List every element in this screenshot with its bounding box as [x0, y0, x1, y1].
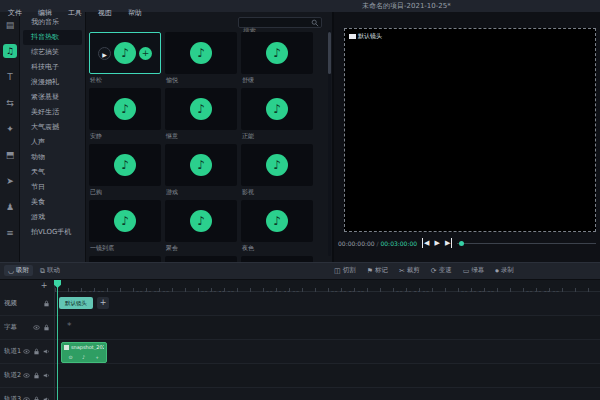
music-category-item[interactable]: 大气震撼: [23, 120, 82, 135]
search-box[interactable]: [238, 17, 322, 28]
rail-glyph-icon: ⇆: [3, 96, 17, 110]
rail-tab-icon[interactable]: ♟: [0, 194, 20, 220]
toolbar-button[interactable]: ✂ 裁剪: [395, 265, 424, 276]
music-category-item[interactable]: 浪漫婚礼: [23, 75, 82, 90]
play-icon[interactable]: ▶: [98, 47, 111, 60]
rail-tab-icon[interactable]: ♫: [0, 38, 20, 64]
music-category-item[interactable]: 美好生活: [23, 105, 82, 120]
track-visibility-icon[interactable]: [33, 324, 40, 331]
track-header[interactable]: 轨道3: [0, 388, 54, 400]
scrollbar-thumb[interactable]: [328, 32, 331, 74]
track-label: 轨道1: [4, 347, 21, 356]
add-track-button[interactable]: +: [38, 281, 50, 291]
menu-item[interactable]: 工具: [60, 7, 90, 19]
toolbar-button[interactable]: ◫ 切割: [330, 265, 360, 276]
clip-music-icon[interactable]: ♪: [82, 354, 85, 360]
toolbar-button[interactable]: ⚑ 标记: [363, 265, 392, 276]
music-tile[interactable]: ▶ ♪ + 正能: [241, 88, 317, 144]
track-header[interactable]: 视频: [0, 292, 54, 316]
music-category-item[interactable]: 美食: [23, 195, 82, 210]
track-lane[interactable]: [55, 340, 600, 364]
track-visibility-icon[interactable]: [23, 372, 30, 379]
rail-tab-icon[interactable]: ⇆: [0, 90, 20, 116]
library-scrollbar[interactable]: [328, 30, 331, 256]
music-tile[interactable]: ▶ ♪ + 安静: [89, 88, 165, 144]
menu-item[interactable]: 编辑: [30, 7, 60, 19]
track-lane[interactable]: [55, 364, 600, 388]
add-to-timeline-icon[interactable]: +: [139, 47, 152, 60]
track-lane[interactable]: [55, 316, 600, 340]
track-lock-icon[interactable]: [33, 372, 40, 379]
rail-tab-icon[interactable]: ≡: [0, 220, 20, 246]
seek-handle[interactable]: [459, 241, 464, 246]
music-category-item[interactable]: 紧张悬疑: [23, 90, 82, 105]
music-tile[interactable]: ▶ ♪ + 已购: [89, 144, 165, 200]
music-category-item[interactable]: 抖音热歌: [23, 30, 82, 45]
track-lock-icon[interactable]: [43, 324, 50, 331]
music-category-item[interactable]: 科技电子: [23, 60, 82, 75]
toolbar-button[interactable]: ⏺ 录制: [491, 265, 518, 276]
music-category-item[interactable]: 综艺搞笑: [23, 45, 82, 60]
music-category-item[interactable]: 节日: [23, 180, 82, 195]
menu-item[interactable]: 视图: [90, 7, 120, 19]
rail-tab-icon[interactable]: ✦: [0, 116, 20, 142]
track-lock-icon[interactable]: [33, 396, 40, 400]
track-header[interactable]: 字幕: [0, 316, 54, 340]
music-tile[interactable]: ▶ ♪ + 惬意: [165, 88, 241, 144]
music-tile[interactable]: ▶ ♪ + 轻松: [89, 32, 165, 88]
music-note-icon: ♪: [114, 42, 136, 64]
rail-tab-icon[interactable]: ⬒: [0, 142, 20, 168]
track-mute-icon[interactable]: [43, 348, 50, 355]
music-tile-title: 愉悦: [165, 76, 241, 85]
music-category-item[interactable]: 人声: [23, 135, 82, 150]
subtitle-marker-icon[interactable]: *: [67, 321, 72, 331]
menu-item[interactable]: 帮助: [120, 7, 150, 19]
toolbar-button-icon: ✂: [399, 267, 405, 275]
track-header[interactable]: 轨道2: [0, 364, 54, 388]
music-category-item[interactable]: 拍VLOG手机: [23, 225, 82, 240]
music-note-icon: ♪: [266, 210, 288, 232]
play-button[interactable]: ▶: [434, 238, 439, 248]
clip-volume-icon[interactable]: ⊙: [69, 354, 73, 360]
music-tile-title: 舒缓: [241, 76, 317, 85]
music-tile[interactable]: ▶ ♪ + 影视: [241, 144, 317, 200]
track-mute-icon[interactable]: [43, 396, 50, 400]
clip-detach-icon[interactable]: ＋: [94, 354, 99, 360]
toolbar-button[interactable]: ⧉ 联动: [36, 265, 64, 276]
timeline-ruler[interactable]: 00:00:04:0000:00:08:0000:00:12:0000:00:1…: [55, 280, 600, 292]
seek-slider[interactable]: [457, 243, 596, 244]
toolbar-button-icon: ◫: [334, 267, 341, 275]
music-tile[interactable]: ▶ ♪ + 舒缓: [241, 32, 317, 88]
music-tile[interactable]: ▶ ♪ + 游戏: [165, 144, 241, 200]
music-tile[interactable]: ▶ ♪ + 聚会: [165, 200, 241, 256]
track-lock-icon[interactable]: [33, 348, 40, 355]
music-category-item[interactable]: 动物: [23, 150, 82, 165]
track-visibility-icon[interactable]: [23, 396, 30, 400]
rail-tab-icon[interactable]: ➤: [0, 168, 20, 194]
track-visibility-icon[interactable]: [23, 348, 30, 355]
previous-frame-button[interactable]: ◀: [422, 238, 429, 248]
track-lane[interactable]: [55, 292, 600, 316]
rail-tab-icon[interactable]: T: [0, 64, 20, 90]
track-label: 轨道2: [4, 371, 21, 380]
add-clip-button[interactable]: +: [97, 297, 109, 309]
music-category-item[interactable]: 游戏: [23, 210, 82, 225]
music-tile[interactable]: ▶ ♪ + 愉悦: [165, 32, 241, 88]
video-preview[interactable]: 默认镜头: [344, 28, 596, 232]
track-mute-icon[interactable]: [43, 372, 50, 379]
toolbar-button[interactable]: ⟳ 变速: [427, 265, 456, 276]
track-lock-icon[interactable]: [43, 300, 50, 307]
search-icon: [311, 19, 319, 27]
menu-item[interactable]: 文件: [0, 7, 30, 19]
intro-clip[interactable]: 默认镜头: [59, 297, 93, 309]
music-category-item[interactable]: 天气: [23, 165, 82, 180]
next-frame-button[interactable]: ▶: [445, 238, 452, 248]
toolbar-button[interactable]: ◡ 吸附: [4, 265, 33, 276]
toolbar-button[interactable]: ▭ 绿幕: [459, 265, 489, 276]
music-tile[interactable]: ▶ ♪ + 一镜到底: [89, 200, 165, 256]
track-header[interactable]: 轨道1: [0, 340, 54, 364]
playhead-line[interactable]: [57, 280, 58, 400]
media-clip[interactable]: snapshot_2021 ⊙ ♪ ＋: [61, 342, 107, 363]
music-tile[interactable]: ▶ ♪ + 夜色: [241, 200, 317, 256]
track-lane[interactable]: [55, 388, 600, 400]
